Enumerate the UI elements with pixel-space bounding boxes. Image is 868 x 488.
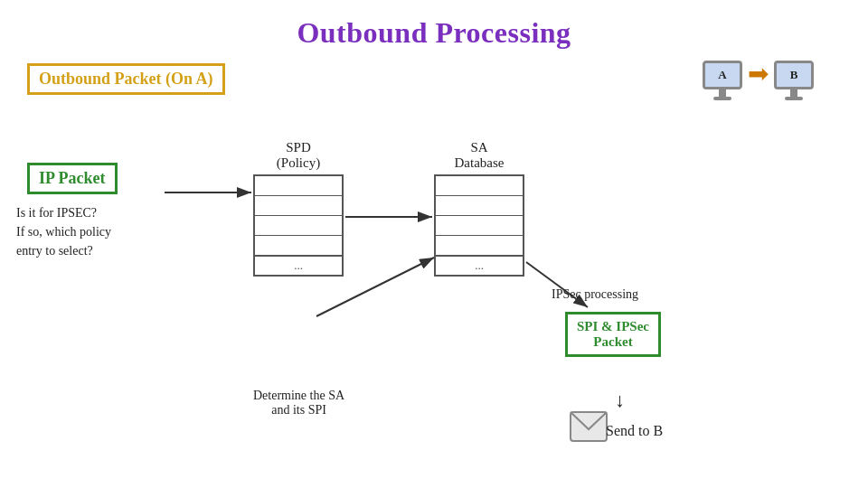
sa-container: SADatabase ... [434,140,524,277]
table-row [436,176,523,196]
table-row [255,236,342,256]
monitor-stand-a [719,89,726,97]
monitor-base-a [713,97,731,100]
computer-a: A [703,61,742,100]
monitor-b: B [774,61,814,89]
send-to-b-label: Send to B [606,423,663,439]
table-row [436,196,523,216]
spd-container: SPD(Policy) ... [253,140,344,277]
table-row [255,216,342,236]
monitor-stand-b [790,89,797,97]
monitor-base-b [785,97,803,100]
monitor-a: A [703,61,742,89]
outbound-packet-label: Outbound Packet (On A) [27,63,225,95]
sa-table: ... [434,174,524,277]
envelope-icon [570,411,608,446]
determine-label: Determine the SAand its SPI [253,389,344,418]
ip-packet-box: IP Packet [27,163,118,194]
table-row [436,216,523,236]
table-row [436,236,523,256]
spd-dots: ... [255,256,342,275]
page-title: Outbound Processing [0,0,868,50]
computers-arrow-icon: ➡ [748,59,769,89]
table-row [255,176,342,196]
ipsec-proc-label: IPSec processing [552,287,638,302]
spd-table: ... [253,174,344,277]
table-row [255,196,342,216]
computer-b-label: B [790,68,798,82]
sa-label: SADatabase [434,140,524,171]
spi-box: SPI & IPSecPacket [565,312,661,357]
computers-area: A ➡ B [703,59,814,101]
down-arrow-icon: ↓ [615,389,625,412]
computer-a-label: A [718,68,726,82]
spd-label: SPD(Policy) [253,140,344,171]
computer-b: B [774,61,814,100]
question-text: Is it for IPSEC?If so, which policyentry… [16,203,111,260]
sa-dots: ... [436,256,523,275]
